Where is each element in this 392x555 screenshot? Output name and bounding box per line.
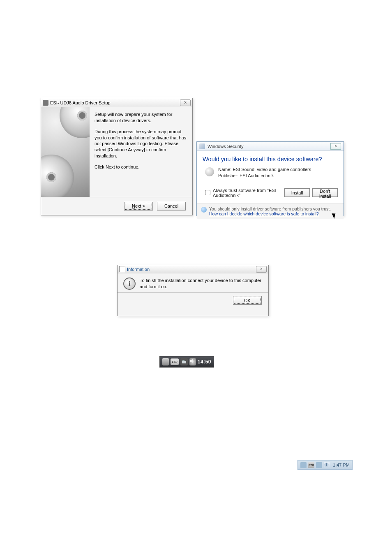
security-title: Windows Security bbox=[208, 144, 330, 149]
software-name: Name: ESI Sound, video and game controll… bbox=[218, 166, 311, 173]
esi-tray-icon[interactable]: ESI bbox=[308, 462, 314, 468]
driver-setup-window: ESI- UDJ6 Audio Driver Setup X Setup wil… bbox=[41, 98, 193, 215]
security-footer-link[interactable]: How can I decide which device software i… bbox=[209, 211, 319, 216]
information-title: Information bbox=[127, 267, 150, 272]
svg-rect-1 bbox=[182, 360, 184, 361]
driver-setup-title: ESI- UDJ6 Audio Driver Setup bbox=[50, 100, 111, 105]
info-icon bbox=[123, 278, 136, 290]
esi-tray-icon[interactable]: ESI bbox=[171, 358, 179, 365]
windows-security-dialog: Windows Security X Would you like to ins… bbox=[196, 141, 344, 216]
always-trust-label: Always trust software from "ESI Audiotec… bbox=[213, 188, 279, 198]
wizard-body-text: Setup will now prepare your system for i… bbox=[90, 107, 192, 197]
security-footer-text: You should only install driver software … bbox=[209, 206, 331, 211]
safely-remove-icon[interactable] bbox=[180, 358, 188, 365]
information-titlebar[interactable]: Information X bbox=[118, 265, 268, 273]
close-button[interactable]: X bbox=[256, 266, 267, 273]
shield-icon bbox=[199, 143, 205, 149]
tray-icon-generic[interactable] bbox=[162, 358, 169, 365]
window-icon bbox=[119, 266, 125, 272]
close-button[interactable]: X bbox=[330, 143, 341, 150]
dont-install-button[interactable]: Don't Install bbox=[312, 188, 338, 197]
tray-clock[interactable]: 14:50 bbox=[198, 359, 211, 365]
svg-rect-4 bbox=[326, 463, 327, 466]
svg-marker-2 bbox=[190, 359, 193, 363]
tray-clock[interactable]: 1:47 PM bbox=[333, 462, 350, 467]
ok-button[interactable]: OK bbox=[233, 296, 262, 305]
setup-paragraph-1: Setup will now prepare your system for i… bbox=[95, 111, 187, 124]
driver-setup-titlebar[interactable]: ESI- UDJ6 Audio Driver Setup X bbox=[41, 98, 192, 107]
cancel-button[interactable]: Cancel bbox=[157, 202, 186, 210]
network-icon[interactable] bbox=[316, 462, 322, 468]
security-heading: Would you like to install this device so… bbox=[203, 156, 338, 162]
setup-paragraph-2: During this process the system may promp… bbox=[95, 129, 187, 159]
info-shield-icon bbox=[201, 207, 207, 213]
setup-paragraph-3: Click Next to continue. bbox=[95, 164, 187, 170]
svg-rect-0 bbox=[182, 361, 186, 363]
wizard-side-graphic bbox=[41, 107, 90, 197]
information-body-text: To finish the installation connect your … bbox=[140, 278, 263, 290]
tray-icon-generic[interactable] bbox=[300, 462, 307, 468]
information-dialog: Information X To finish the installation… bbox=[117, 265, 269, 316]
software-publisher: Publisher: ESI Audiotechnik bbox=[218, 173, 311, 179]
close-button[interactable]: X bbox=[180, 99, 191, 106]
safely-remove-icon[interactable] bbox=[324, 462, 330, 468]
always-trust-checkbox[interactable] bbox=[205, 190, 210, 195]
next-button[interactable]: Next > bbox=[124, 202, 153, 210]
system-tray-light[interactable]: ESI 1:47 PM bbox=[297, 460, 353, 470]
security-titlebar[interactable]: Windows Security X bbox=[197, 142, 344, 151]
software-disc-icon bbox=[205, 167, 214, 176]
install-button[interactable]: Install bbox=[284, 188, 310, 197]
volume-icon[interactable] bbox=[189, 358, 196, 365]
system-tray-dark[interactable]: ESI 14:50 bbox=[159, 356, 214, 368]
app-icon bbox=[43, 100, 48, 106]
security-footer: You should only install driver software … bbox=[197, 204, 344, 219]
